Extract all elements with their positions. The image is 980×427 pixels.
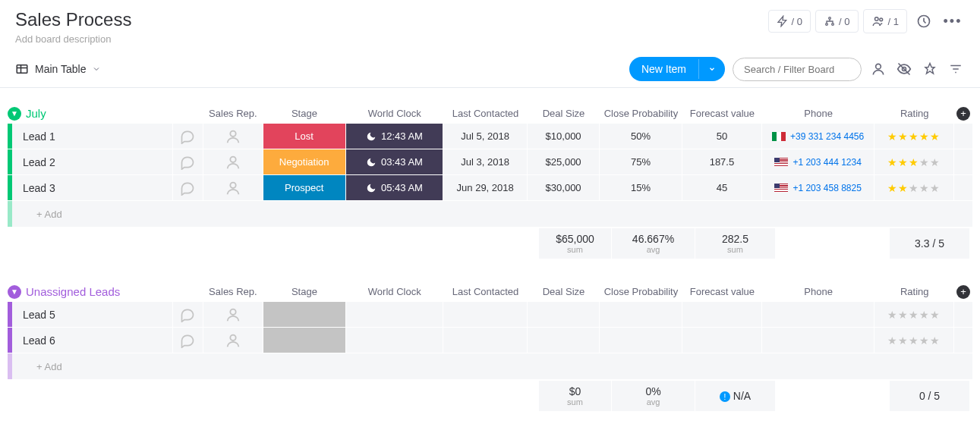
row-chat-button[interactable]: [173, 124, 203, 149]
phone-link[interactable]: +1 203 444 1234: [793, 157, 861, 168]
row-chat-button[interactable]: [173, 149, 203, 174]
more-button[interactable]: •••: [941, 9, 965, 33]
integrations-badge[interactable]: / 0: [815, 10, 858, 33]
cell-rating[interactable]: ★★★★★: [874, 175, 954, 200]
cell-salesrep[interactable]: [203, 328, 263, 353]
cell-salesrep[interactable]: [203, 175, 263, 200]
col-header-deal[interactable]: Deal Size: [528, 281, 600, 302]
cell-forecast[interactable]: [682, 328, 762, 353]
new-item-button[interactable]: New Item: [629, 57, 725, 81]
cell-phone[interactable]: +1 203 458 8825: [762, 175, 874, 200]
cell-phone[interactable]: +1 203 444 1234: [762, 149, 874, 174]
col-header-forecast[interactable]: Forecast value: [682, 281, 762, 302]
row-chat-button[interactable]: [173, 175, 203, 200]
cell-contact[interactable]: Jul 5, 2018: [443, 124, 528, 149]
board-description[interactable]: Add board description: [15, 33, 131, 45]
cell-prob[interactable]: 15%: [600, 175, 682, 200]
row-chat-button[interactable]: [173, 302, 203, 327]
cell-contact[interactable]: Jun 29, 2018: [443, 175, 528, 200]
row-name-cell[interactable]: Lead 3: [12, 175, 173, 200]
cell-stage[interactable]: Prospect: [263, 175, 346, 200]
group-collapse-toggle[interactable]: ▼: [8, 285, 21, 299]
cell-stage[interactable]: [263, 302, 346, 327]
cell-contact[interactable]: Jul 3, 2018: [443, 149, 528, 174]
add-column-button[interactable]: +: [956, 285, 970, 299]
cell-forecast[interactable]: 50: [682, 124, 762, 149]
col-header-clock[interactable]: World Clock: [345, 103, 443, 124]
cell-stage[interactable]: [263, 328, 346, 353]
col-header-phone[interactable]: Phone: [762, 281, 874, 302]
cell-stage[interactable]: Negotiation: [263, 149, 346, 174]
cell-rating[interactable]: ★★★★★: [874, 328, 954, 353]
cell-deal[interactable]: [528, 328, 600, 353]
cell-clock[interactable]: 12:43 AM: [346, 124, 444, 149]
new-item-caret[interactable]: [698, 59, 725, 79]
col-header-salesrep[interactable]: Sales Rep.: [203, 281, 263, 302]
row-chat-button[interactable]: [173, 328, 203, 353]
cell-prob[interactable]: 75%: [600, 149, 682, 174]
col-header-contact[interactable]: Last Contacted: [443, 281, 528, 302]
row-name-cell[interactable]: Lead 5: [12, 302, 173, 327]
person-filter-button[interactable]: [869, 60, 887, 78]
cell-phone[interactable]: [762, 302, 874, 327]
people-badge[interactable]: / 1: [863, 9, 907, 33]
group-title[interactable]: July: [26, 107, 46, 120]
cell-clock[interactable]: 05:43 AM: [346, 175, 444, 200]
automations-badge[interactable]: / 0: [768, 10, 811, 33]
cell-deal[interactable]: $30,000: [528, 175, 600, 200]
page-title[interactable]: Sales Process: [15, 9, 131, 30]
cell-prob[interactable]: 50%: [600, 124, 682, 149]
cell-rating[interactable]: ★★★★★: [874, 124, 954, 149]
filter-button[interactable]: [947, 60, 965, 78]
cell-forecast[interactable]: 187.5: [682, 149, 762, 174]
add-column-button[interactable]: +: [956, 107, 970, 121]
pin-button[interactable]: [921, 60, 939, 78]
cell-contact[interactable]: [443, 302, 528, 327]
add-row[interactable]: + Add: [8, 201, 972, 227]
cell-stage[interactable]: Lost: [263, 124, 346, 149]
row-name-cell[interactable]: Lead 6: [12, 328, 173, 353]
phone-link[interactable]: +1 203 458 8825: [793, 183, 861, 193]
group-collapse-toggle[interactable]: ▼: [8, 107, 21, 121]
cell-rating[interactable]: ★★★★★: [874, 149, 954, 174]
cell-salesrep[interactable]: [203, 302, 263, 327]
cell-deal[interactable]: $25,000: [528, 149, 600, 174]
col-header-phone[interactable]: Phone: [762, 103, 874, 124]
cell-contact[interactable]: [443, 328, 528, 353]
main-table-view[interactable]: Main Table: [15, 62, 101, 76]
row-name-cell[interactable]: Lead 2: [12, 149, 173, 174]
cell-clock[interactable]: [346, 302, 444, 327]
cell-prob[interactable]: [600, 328, 682, 353]
cell-forecast[interactable]: 45: [682, 175, 762, 200]
col-header-rating[interactable]: Rating: [874, 103, 954, 124]
cell-clock[interactable]: [346, 328, 444, 353]
group-title[interactable]: Unassigned Leads: [26, 285, 120, 298]
col-header-contact[interactable]: Last Contacted: [443, 103, 528, 124]
cell-rating[interactable]: ★★★★★: [874, 302, 954, 327]
col-header-forecast[interactable]: Forecast value: [682, 103, 762, 124]
cell-deal[interactable]: $10,000: [528, 124, 600, 149]
col-header-rating[interactable]: Rating: [874, 281, 954, 302]
cell-salesrep[interactable]: [203, 124, 263, 149]
hide-button[interactable]: [895, 60, 913, 78]
activity-button[interactable]: [912, 9, 936, 33]
col-header-prob[interactable]: Close Probability: [600, 103, 682, 124]
phone-link[interactable]: +39 331 234 4456: [790, 131, 864, 142]
automation-icon: [777, 15, 789, 27]
col-header-clock[interactable]: World Clock: [345, 281, 443, 302]
add-row[interactable]: + Add: [8, 353, 972, 379]
col-header-stage[interactable]: Stage: [263, 281, 346, 302]
cell-phone[interactable]: +39 331 234 4456: [762, 124, 874, 149]
col-header-salesrep[interactable]: Sales Rep.: [203, 103, 263, 124]
col-header-stage[interactable]: Stage: [263, 103, 346, 124]
cell-deal[interactable]: [528, 302, 600, 327]
search-input[interactable]: [733, 58, 862, 81]
cell-clock[interactable]: 03:43 AM: [346, 149, 444, 174]
row-name-cell[interactable]: Lead 1: [12, 124, 173, 149]
cell-prob[interactable]: [600, 302, 682, 327]
cell-forecast[interactable]: [682, 302, 762, 327]
col-header-prob[interactable]: Close Probability: [600, 281, 682, 302]
cell-phone[interactable]: [762, 328, 874, 353]
col-header-deal[interactable]: Deal Size: [528, 103, 600, 124]
cell-salesrep[interactable]: [203, 149, 263, 174]
